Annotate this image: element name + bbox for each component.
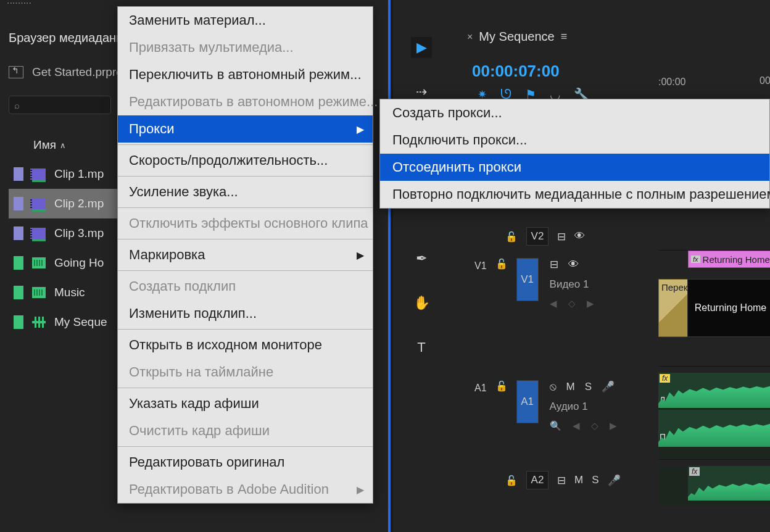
ruler-tick-end: 00 [760, 75, 770, 86]
menu-item-set-poster-frame[interactable]: Указать кадр афиши [118, 390, 373, 417]
track-header-a2[interactable]: 🔓 A2 ⊟ M S 🎤 [461, 466, 658, 494]
submenu-arrow-icon: ▶ [357, 123, 364, 135]
menu-item-label: Создать подклип [129, 278, 236, 294]
list-item[interactable]: Clip 2.mp [9, 189, 117, 218]
track-a1-lane[interactable]: fx Л П [658, 373, 770, 460]
audio-clip[interactable]: fx Л [658, 373, 770, 409]
menu-item-label[interactable]: Маркировка▶ [118, 241, 373, 268]
mic-icon[interactable]: 🎤 [602, 380, 615, 393]
mute-button[interactable]: M [574, 474, 583, 486]
color-tag [14, 315, 23, 329]
add-key-icon[interactable]: ◇ [568, 298, 576, 309]
color-tag [14, 167, 23, 181]
fx-badge-icon: fx [691, 256, 700, 263]
menu-separator [118, 144, 373, 145]
next-key-icon[interactable]: ▶ [610, 420, 617, 431]
sequence-tab[interactable]: × My Sequence ≡ [467, 30, 567, 44]
menu-separator [118, 446, 373, 447]
audio-clip[interactable]: fx [688, 466, 770, 501]
item-label: Clip 2.mp [54, 197, 104, 210]
zoom-icon[interactable]: 🔍 [550, 420, 561, 431]
list-item[interactable]: Clip 1.mp [9, 159, 117, 189]
menu-item-speed-duration[interactable]: Скорость/продолжительность... [118, 147, 373, 174]
list-item[interactable]: Music [9, 278, 117, 307]
type-tool[interactable]: T [411, 337, 432, 358]
nofx-icon[interactable]: ⦸ [550, 381, 557, 393]
audio-clip-icon [32, 257, 46, 268]
close-icon[interactable]: × [467, 31, 473, 43]
submenu-item-create-proxies[interactable]: Создать прокси... [380, 99, 769, 127]
menu-item-label: Заменить материал... [129, 12, 266, 28]
sync-lock-icon[interactable]: ⊟ [557, 230, 566, 243]
track-target-v2[interactable]: V2 [526, 227, 549, 246]
transition-label: Перек [661, 282, 687, 293]
hand-tool[interactable]: ✋ [411, 293, 432, 314]
project-file-name[interactable]: Get Started.prproj [32, 65, 125, 79]
project-search-input[interactable]: ⌕ [9, 96, 111, 114]
track-header-a1[interactable]: A1 🔓 A1 ⦸ M S 🎤 Аудио 1 🔍 ◀ ◇ ▶ [461, 373, 658, 460]
next-key-icon[interactable]: ▶ [587, 298, 594, 309]
video-clip[interactable]: Returning Home [687, 279, 770, 337]
submenu-item-attach-proxies[interactable]: Подключить прокси... [380, 127, 769, 154]
track-target-v1[interactable]: V1 [516, 258, 539, 301]
list-item[interactable]: Going Ho [9, 248, 117, 278]
list-item[interactable]: My Seque [9, 307, 117, 337]
solo-button[interactable]: S [592, 474, 598, 486]
timeline-content[interactable]: fx Returning Home Перек Returning Home f… [658, 222, 770, 505]
solo-button[interactable]: S [585, 381, 592, 393]
video-clip-icon [32, 198, 46, 209]
menu-item-label: Отсоединить прокси [392, 159, 521, 175]
submenu-item-detach-proxies[interactable]: Отсоединить прокси [380, 154, 769, 181]
submenu-item-reconnect-full-res[interactable]: Повторно подключить медиаданные с полным… [380, 181, 769, 208]
transition-clip[interactable]: Перек [658, 279, 688, 337]
search-field[interactable] [20, 101, 106, 110]
folder-up-icon[interactable] [9, 66, 23, 78]
eye-icon[interactable]: 👁 [574, 230, 585, 243]
menu-item-audio-gain[interactable]: Усиление звука... [118, 178, 373, 206]
source-patch-a1[interactable]: A1 [474, 383, 487, 394]
title-clip[interactable]: fx Returning Home [688, 251, 770, 268]
track-a2-lane[interactable]: fx [658, 466, 770, 505]
source-patch-v1[interactable]: V1 [474, 260, 487, 272]
lock-icon[interactable]: 🔓 [505, 475, 518, 486]
list-item[interactable]: Clip 3.mp [9, 218, 117, 248]
track-v2-lane[interactable] [658, 222, 770, 251]
add-key-icon[interactable]: ◇ [591, 420, 598, 431]
menu-item-make-offline[interactable]: Переключить в автономный режим... [118, 61, 373, 88]
sync-lock-icon[interactable]: ⊟ [550, 258, 558, 271]
pen-tool[interactable]: ✒ [411, 248, 432, 269]
tab-menu-icon[interactable]: ≡ [561, 30, 568, 43]
menu-item-label: Усиление звука... [129, 184, 238, 199]
menu-item-edit-original[interactable]: Редактировать оригинал [118, 449, 373, 476]
track-target-a1[interactable]: A1 [516, 380, 539, 423]
proxy-submenu[interactable]: Создать прокси... Подключить прокси... О… [379, 99, 770, 209]
menu-item-edit-subclip[interactable]: Изменить подклип... [118, 300, 373, 327]
menu-item-open-source-monitor[interactable]: Открыть в исходном мониторе [118, 331, 373, 359]
color-tag [14, 227, 23, 240]
mic-icon[interactable]: 🎤 [608, 474, 621, 487]
track-v1-lane[interactable]: fx Returning Home Перек Returning Home [658, 251, 770, 367]
track-header-v1[interactable]: V1 🔓 V1 ⊟ 👁 Видео 1 ◀ ◇ ▶ [461, 251, 658, 367]
prev-key-icon[interactable]: ◀ [550, 298, 557, 309]
lock-icon[interactable]: 🔓 [495, 380, 508, 392]
playhead-timecode[interactable]: 00:00:07:00 [472, 62, 560, 81]
prev-key-icon[interactable]: ◀ [573, 420, 580, 431]
menu-item-make-subclip: Создать подклип [118, 273, 373, 300]
waveform-icon [688, 482, 770, 501]
context-menu[interactable]: Заменить материал... Привязать мультимед… [117, 6, 373, 504]
track-header-v2[interactable]: 🔓 V2 ⊟ 👁 [461, 222, 658, 251]
menu-separator [118, 270, 373, 271]
selection-tool[interactable]: ▶ [411, 37, 432, 58]
audio-clip[interactable]: П [658, 410, 770, 447]
lock-icon[interactable]: 🔓 [505, 231, 518, 243]
menu-separator [118, 239, 373, 239]
menu-item-proxy[interactable]: Прокси▶ [118, 115, 373, 143]
mute-button[interactable]: M [566, 381, 575, 393]
track-target-a2[interactable]: A2 [526, 471, 549, 489]
sync-lock-icon[interactable]: ⊟ [557, 474, 566, 487]
lock-icon[interactable]: 🔓 [495, 258, 508, 270]
column-header-name[interactable]: Имя ∧ [33, 138, 66, 152]
color-tag [14, 256, 23, 270]
eye-icon[interactable]: 👁 [568, 259, 579, 271]
menu-item-replace-footage[interactable]: Заменить материал... [118, 7, 373, 34]
